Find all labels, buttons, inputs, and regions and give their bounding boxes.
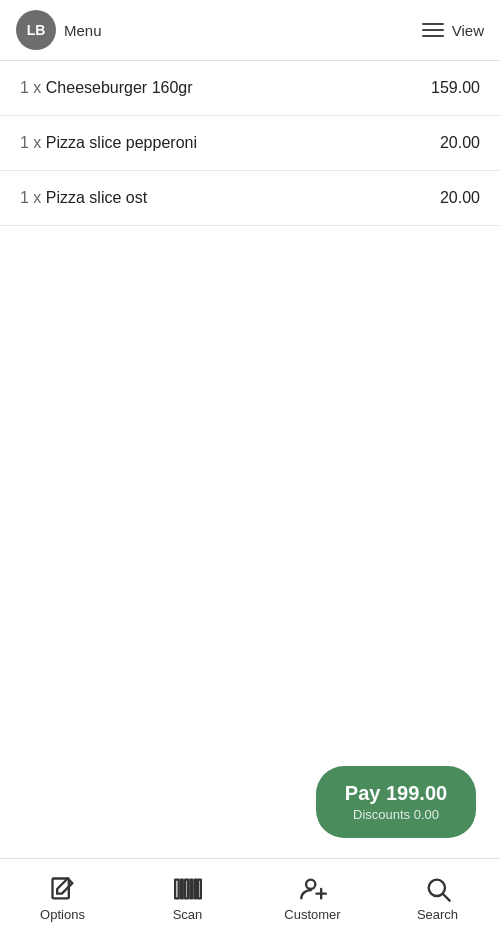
svg-rect-2 xyxy=(181,880,183,899)
order-item-qty: 1 x xyxy=(20,189,46,206)
pay-button[interactable]: Pay 199.00 Discounts 0.00 xyxy=(316,766,476,838)
order-item[interactable]: 1 x Pizza slice pepperoni 20.00 xyxy=(0,116,500,171)
svg-rect-6 xyxy=(197,880,200,899)
order-item-name: 1 x Pizza slice ost xyxy=(20,189,147,207)
hamburger-icon[interactable] xyxy=(422,23,444,37)
order-item-price: 20.00 xyxy=(440,189,480,207)
order-item-price: 20.00 xyxy=(440,134,480,152)
order-item-qty: 1 x xyxy=(20,134,46,151)
search-icon xyxy=(424,875,452,903)
order-item[interactable]: 1 x Cheeseburger 160gr 159.00 xyxy=(0,61,500,116)
pay-button-container: Pay 199.00 Discounts 0.00 xyxy=(316,766,476,838)
svg-rect-5 xyxy=(194,880,196,899)
person-add-icon xyxy=(299,875,327,903)
svg-rect-1 xyxy=(175,880,179,899)
menu-label: Menu xyxy=(64,22,102,39)
order-item-qty: 1 x xyxy=(20,79,46,96)
svg-rect-3 xyxy=(185,880,188,899)
header-left: LB Menu xyxy=(16,10,102,50)
barcode-icon xyxy=(174,875,202,903)
order-item-price: 159.00 xyxy=(431,79,480,97)
avatar: LB xyxy=(16,10,56,50)
nav-item-customer[interactable]: Customer xyxy=(250,859,375,938)
svg-point-7 xyxy=(306,880,315,889)
header-right[interactable]: View xyxy=(422,22,484,39)
nav-options-label: Options xyxy=(40,907,85,922)
nav-customer-label: Customer xyxy=(284,907,340,922)
svg-line-11 xyxy=(443,894,449,900)
nav-item-scan[interactable]: Scan xyxy=(125,859,250,938)
nav-scan-label: Scan xyxy=(173,907,203,922)
nav-item-options[interactable]: Options xyxy=(0,859,125,938)
view-label[interactable]: View xyxy=(452,22,484,39)
bottom-nav: Options Scan Customer Search xyxy=(0,858,500,938)
edit-icon xyxy=(49,875,77,903)
order-item-name: 1 x Pizza slice pepperoni xyxy=(20,134,197,152)
order-item-name: 1 x Cheeseburger 160gr xyxy=(20,79,193,97)
order-item[interactable]: 1 x Pizza slice ost 20.00 xyxy=(0,171,500,226)
svg-rect-4 xyxy=(190,880,192,899)
nav-search-label: Search xyxy=(417,907,458,922)
pay-button-main: Pay 199.00 xyxy=(344,782,448,805)
nav-item-search[interactable]: Search xyxy=(375,859,500,938)
header: LB Menu View xyxy=(0,0,500,61)
order-list: 1 x Cheeseburger 160gr 159.00 1 x Pizza … xyxy=(0,61,500,858)
pay-button-sub: Discounts 0.00 xyxy=(344,807,448,822)
